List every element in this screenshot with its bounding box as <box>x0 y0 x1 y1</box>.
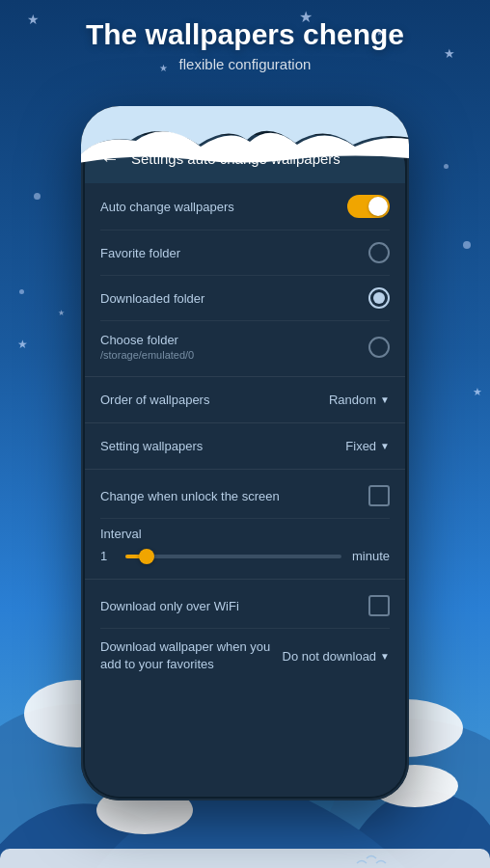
star-decoration: ★ <box>58 309 65 317</box>
setting-wallpapers-label: Setting wallpapers <box>100 439 345 453</box>
download-when-label: Download wallpaper when you add to your … <box>100 638 275 673</box>
settings-content: Auto change wallpapers Favorite folder D… <box>85 183 405 797</box>
unlock-row: Change when unlock the screen <box>100 474 390 519</box>
dropdown-arrow-icon-2: ▼ <box>380 441 390 451</box>
interval-row: Interval 1 minute <box>100 519 390 575</box>
downloaded-folder-label: Downloaded folder <box>100 291 368 306</box>
wifi-label: Download only over WiFi <box>100 599 368 613</box>
setting-wallpapers-value: Fixed <box>345 439 376 453</box>
choose-folder-radio[interactable] <box>368 337 390 358</box>
main-title: The wallpapers chenge <box>0 17 490 52</box>
download-when-row: Download wallpaper when you add to your … <box>100 629 390 683</box>
dot-decoration <box>444 164 449 169</box>
interval-slider[interactable] <box>125 555 341 558</box>
downloaded-folder-row[interactable]: Downloaded folder <box>100 276 390 321</box>
svg-rect-9 <box>0 849 490 868</box>
header-section: The wallpapers chenge flexible configura… <box>0 17 490 72</box>
toggle-thumb <box>368 197 388 216</box>
phone-screen: ← Settings auto change wallpapers Auto c… <box>85 133 405 797</box>
dot-decoration <box>34 193 41 200</box>
star-decoration: ★ <box>17 338 28 351</box>
order-value: Random <box>329 393 376 407</box>
interval-value: 1 <box>100 549 116 563</box>
order-row: Order of wallpapers Random ▼ <box>100 381 390 419</box>
divider-4 <box>85 579 405 580</box>
setting-wallpapers-dropdown[interactable]: Fixed ▼ <box>345 439 390 453</box>
interval-unit: minute <box>351 549 390 563</box>
dot-decoration <box>19 289 24 294</box>
order-label: Order of wallpapers <box>100 393 329 407</box>
wifi-section: Download only over WiFi Download wallpap… <box>85 583 405 683</box>
dropdown-arrow-icon-3: ▼ <box>380 651 390 662</box>
wifi-row: Download only over WiFi <box>100 583 390 629</box>
radio-selected-inner <box>373 292 385 304</box>
divider-3 <box>85 469 405 470</box>
dot-decoration <box>463 241 471 249</box>
setting-wallpapers-row: Setting wallpapers Fixed ▼ <box>100 427 390 465</box>
unlock-label: Change when unlock the screen <box>100 489 368 503</box>
divider-1 <box>85 376 405 377</box>
slider-container: 1 minute <box>100 549 390 563</box>
favorite-folder-radio[interactable] <box>368 242 390 263</box>
auto-change-row: Auto change wallpapers <box>100 183 390 231</box>
order-dropdown[interactable]: Random ▼ <box>329 393 390 407</box>
phone-frame: ← Settings auto change wallpapers Auto c… <box>81 106 409 800</box>
order-section: Order of wallpapers Random ▼ <box>85 381 405 419</box>
download-when-dropdown[interactable]: Do not download ▼ <box>283 649 390 664</box>
subtitle: flexible configuration <box>0 56 490 72</box>
phone-snow <box>81 106 409 164</box>
auto-change-toggle[interactable] <box>347 195 390 218</box>
auto-change-label: Auto change wallpapers <box>100 200 347 214</box>
download-when-value: Do not download <box>283 649 377 664</box>
divider-2 <box>85 422 405 423</box>
unlock-section: Change when unlock the screen Interval 1… <box>85 474 405 575</box>
favorite-folder-row[interactable]: Favorite folder <box>100 231 390 276</box>
downloaded-folder-radio[interactable] <box>368 287 390 309</box>
star-decoration: ★ <box>473 386 482 398</box>
choose-folder-label: Choose folder /storage/emulated/0 <box>100 333 368 361</box>
choose-folder-row[interactable]: Choose folder /storage/emulated/0 <box>100 321 390 372</box>
wifi-checkbox[interactable] <box>368 595 390 616</box>
auto-change-section: Auto change wallpapers Favorite folder D… <box>85 183 405 372</box>
unlock-checkbox[interactable] <box>368 485 390 506</box>
favorite-folder-label: Favorite folder <box>100 246 368 260</box>
setting-wallpapers-section: Setting wallpapers Fixed ▼ <box>85 427 405 465</box>
slider-thumb[interactable] <box>139 549 154 564</box>
interval-label: Interval <box>100 527 390 541</box>
dropdown-arrow-icon: ▼ <box>380 394 390 405</box>
